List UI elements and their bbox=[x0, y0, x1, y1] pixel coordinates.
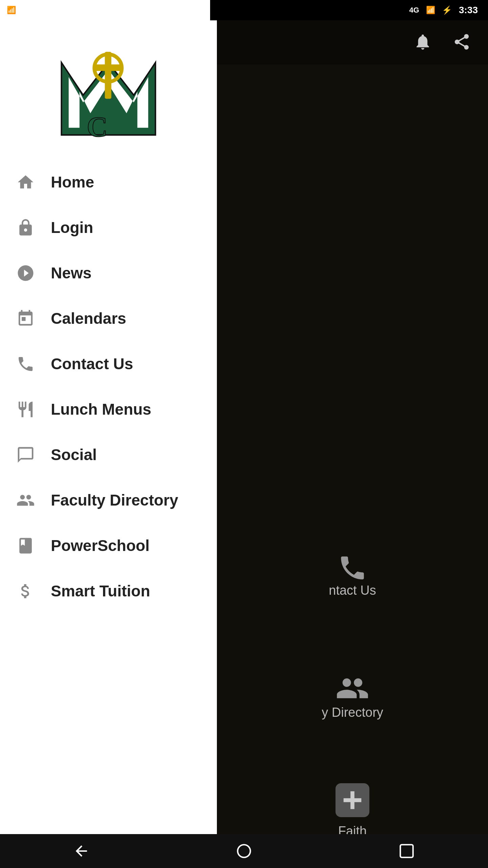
nav-label-home: Home bbox=[51, 173, 94, 191]
nav-label-faculty-directory: Faculty Directory bbox=[51, 491, 178, 509]
back-icon bbox=[73, 843, 90, 860]
bell-button[interactable] bbox=[413, 33, 432, 53]
recents-button[interactable] bbox=[393, 837, 420, 865]
svg-text:C: C bbox=[87, 111, 108, 142]
home-button[interactable] bbox=[230, 837, 258, 865]
faith-cross-icon bbox=[341, 788, 364, 812]
nav-label-contact-us: Contact Us bbox=[51, 355, 133, 373]
status-bar-left: 📶 bbox=[0, 0, 217, 20]
right-faculty-item: y Directory bbox=[217, 644, 488, 747]
nav-item-lunch-menus[interactable]: Lunch Menus bbox=[0, 387, 217, 432]
nav-label-news: News bbox=[51, 264, 92, 282]
bottom-nav-bar bbox=[0, 834, 488, 868]
nav-label-login: Login bbox=[51, 218, 93, 237]
nav-item-contact-us[interactable]: Contact Us bbox=[0, 341, 217, 387]
time-display: 3:33 bbox=[459, 5, 478, 16]
news-icon bbox=[14, 261, 37, 285]
home-nav-icon bbox=[236, 843, 252, 860]
recents-icon bbox=[398, 843, 415, 860]
right-contact-us-label: ntact Us bbox=[329, 583, 376, 598]
bell-icon bbox=[413, 33, 432, 51]
nav-item-powerschool[interactable]: PowerSchool bbox=[0, 523, 217, 568]
home-icon bbox=[14, 170, 37, 194]
nav-item-smart-tuition[interactable]: Smart Tuition bbox=[0, 568, 217, 614]
nav-item-social[interactable]: Social bbox=[0, 432, 217, 477]
nav-item-home[interactable]: Home bbox=[0, 159, 217, 205]
lunch-icon bbox=[14, 397, 37, 421]
nav-item-news[interactable]: News bbox=[0, 250, 217, 296]
nav-label-calendars: Calendars bbox=[51, 309, 126, 328]
right-faculty-label: y Directory bbox=[322, 705, 383, 720]
nav-item-faculty-directory[interactable]: Faculty Directory bbox=[0, 477, 217, 523]
nav-label-smart-tuition: Smart Tuition bbox=[51, 582, 150, 600]
back-button[interactable] bbox=[68, 837, 95, 865]
right-phone-icon bbox=[337, 553, 368, 583]
share-button[interactable] bbox=[452, 33, 471, 53]
status-bar: 4G 📶 ⚡ 3:33 bbox=[210, 0, 488, 20]
school-logo: C bbox=[54, 41, 163, 142]
navigation-drawer: 📶 C Home bbox=[0, 0, 217, 868]
nav-item-login[interactable]: Login bbox=[0, 205, 217, 250]
nav-list: Home Login News Calendars bbox=[0, 156, 217, 868]
right-contact-us-item: ntact Us bbox=[217, 526, 488, 625]
nav-item-calendars[interactable]: Calendars bbox=[0, 296, 217, 341]
social-icon bbox=[14, 443, 37, 467]
signal-icon: 📶 bbox=[7, 6, 16, 15]
right-faculty-icon bbox=[336, 671, 369, 705]
faith-icon-box bbox=[336, 783, 369, 817]
powerschool-icon bbox=[14, 534, 37, 557]
network-type: 4G bbox=[409, 6, 419, 15]
share-icon bbox=[452, 33, 471, 51]
nav-label-powerschool: PowerSchool bbox=[51, 536, 149, 555]
nav-label-social: Social bbox=[51, 446, 97, 464]
login-icon bbox=[14, 216, 37, 239]
battery-icon: ⚡ bbox=[442, 5, 452, 15]
tuition-icon bbox=[14, 579, 37, 603]
calendar-icon bbox=[14, 307, 37, 330]
svg-point-8 bbox=[238, 845, 250, 857]
phone-icon bbox=[14, 352, 37, 376]
faculty-icon bbox=[14, 488, 37, 512]
logo-area: C bbox=[0, 20, 217, 156]
signal-bars-icon: 📶 bbox=[426, 6, 435, 15]
top-action-bar bbox=[217, 20, 488, 64]
nav-label-lunch-menus: Lunch Menus bbox=[51, 400, 151, 418]
svg-rect-9 bbox=[400, 845, 413, 857]
